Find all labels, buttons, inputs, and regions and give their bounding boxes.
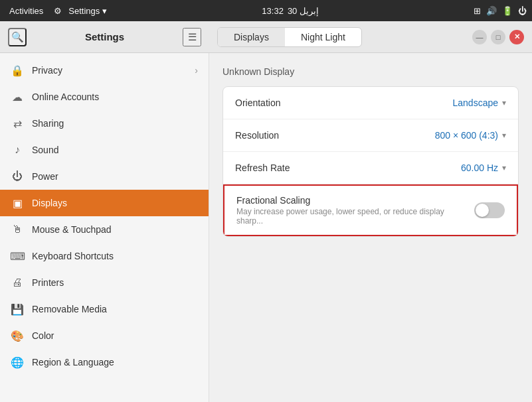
title-bar: 🔍 Settings ☰ Displays Night Light — □ ✕ [0, 21, 532, 53]
sidebar: 🔒Privacy›☁Online Accounts⇄Sharing♪Sound⏻… [0, 53, 209, 402]
top-bar: Activities ⚙ Settings ▾ 13:32 30 إبریل ⊞… [0, 0, 532, 21]
section-title: Unknown Display [222, 66, 519, 77]
sidebar-item-printers[interactable]: 🖨Printers [0, 269, 209, 296]
resolution-text: 800 × 600 (4:3) [435, 130, 498, 141]
sidebar-item-sharing[interactable]: ⇄Sharing [0, 110, 209, 137]
hamburger-menu-button[interactable]: ☰ [183, 28, 201, 46]
online-accounts-label: Online Accounts [32, 92, 99, 102]
content-area: 🔒Privacy›☁Online Accounts⇄Sharing♪Sound⏻… [0, 53, 532, 402]
displays-label: Displays [32, 198, 67, 208]
settings-menu-button[interactable]: Settings ▾ [68, 6, 107, 16]
maximize-button[interactable]: □ [491, 30, 505, 44]
search-button[interactable]: 🔍 [8, 28, 27, 46]
refresh-rate-text: 60.00 Hz [461, 163, 498, 173]
tab-displays[interactable]: Displays [218, 28, 285, 46]
sidebar-item-region-language[interactable]: 🌐Region & Language [0, 349, 209, 375]
resolution-label: Resolution [235, 130, 427, 141]
orientation-text: Landscape [452, 98, 498, 108]
resolution-dropdown-icon: ▾ [502, 131, 506, 140]
tab-night-light[interactable]: Night Light [285, 28, 361, 46]
orientation-dropdown-icon: ▾ [502, 98, 506, 107]
region-language-icon: 🌐 [11, 356, 24, 369]
power-icon: ⏻ [518, 6, 527, 16]
sidebar-item-displays[interactable]: ▣Displays [0, 190, 209, 216]
fractional-scaling-row: Fractional Scaling May increase power us… [223, 184, 518, 236]
refresh-rate-label: Refresh Rate [235, 163, 453, 173]
network-icon: ⊞ [474, 6, 481, 16]
privacy-label: Privacy [32, 65, 62, 76]
privacy-icon: 🔒 [11, 64, 24, 77]
color-icon: 🎨 [11, 329, 24, 342]
sidebar-item-power[interactable]: ⏻Power [0, 163, 209, 190]
window-controls: — □ ✕ [472, 30, 524, 44]
tab-group: Displays Night Light [217, 27, 362, 47]
removable-media-label: Removable Media [32, 304, 107, 314]
resolution-row: Resolution 800 × 600 (4:3) ▾ [223, 119, 518, 152]
keyboard-shortcuts-label: Keyboard Shortcuts [32, 251, 114, 261]
color-label: Color [32, 330, 54, 341]
fractional-scaling-description: May increase power usage, lower speed, o… [236, 207, 466, 226]
chevron-down-icon: ▾ [102, 6, 107, 16]
sharing-icon: ⇄ [11, 117, 24, 130]
display-settings-card: Orientation Landscape ▾ Resolution 800 ×… [222, 86, 519, 237]
refresh-rate-value[interactable]: 60.00 Hz ▾ [461, 163, 506, 173]
sidebar-item-color[interactable]: 🎨Color [0, 322, 209, 349]
orientation-row: Orientation Landscape ▾ [223, 87, 518, 119]
settings-window: 🔍 Settings ☰ Displays Night Light — □ ✕ … [0, 21, 532, 402]
sharing-label: Sharing [32, 118, 64, 129]
hamburger-icon: ☰ [188, 31, 197, 43]
clock: 13:32 [262, 6, 284, 16]
mouse-touchpad-label: Mouse & Touchpad [32, 224, 112, 235]
fractional-scaling-title: Fractional Scaling [236, 195, 466, 206]
search-icon: 🔍 [11, 31, 24, 43]
settings-menu-label: Settings [68, 6, 100, 16]
online-accounts-icon: ☁ [11, 90, 24, 103]
window-title: Settings [33, 31, 176, 42]
keyboard-shortcuts-icon: ⌨ [11, 249, 24, 263]
sidebar-item-mouse-touchpad[interactable]: 🖱Mouse & Touchpad [0, 216, 209, 243]
main-panel: Unknown Display Orientation Landscape ▾ … [209, 53, 532, 402]
displays-icon: ▣ [11, 196, 24, 210]
privacy-arrow-icon: › [195, 65, 198, 76]
refresh-rate-dropdown-icon: ▾ [502, 163, 506, 172]
mouse-touchpad-icon: 🖱 [11, 223, 24, 236]
gear-icon: ⚙ [54, 6, 62, 16]
refresh-rate-row: Refresh Rate 60.00 Hz ▾ [223, 152, 518, 184]
close-button[interactable]: ✕ [509, 30, 524, 44]
date: 30 إبریل [288, 6, 319, 16]
power-label: Power [32, 171, 58, 182]
orientation-label: Orientation [235, 98, 444, 108]
removable-media-icon: 💾 [11, 302, 24, 316]
sound-label: Sound [32, 145, 58, 155]
sound-icon: ♪ [11, 143, 24, 157]
printers-label: Printers [32, 277, 64, 288]
battery-icon: 🔋 [502, 6, 513, 16]
toggle-knob [476, 204, 489, 217]
sidebar-item-privacy[interactable]: 🔒Privacy› [0, 57, 209, 84]
sidebar-item-online-accounts[interactable]: ☁Online Accounts [0, 84, 209, 110]
fractional-scaling-info: Fractional Scaling May increase power us… [236, 195, 466, 226]
region-language-label: Region & Language [32, 357, 114, 368]
activities-button[interactable]: Activities [5, 5, 47, 17]
minimize-button[interactable]: — [472, 30, 487, 44]
orientation-value[interactable]: Landscape ▾ [452, 98, 506, 108]
sidebar-item-sound[interactable]: ♪Sound [0, 137, 209, 163]
power-icon: ⏻ [11, 170, 24, 183]
fractional-scaling-toggle[interactable] [474, 202, 505, 218]
resolution-value[interactable]: 800 × 600 (4:3) ▾ [435, 130, 506, 141]
printers-icon: 🖨 [11, 276, 24, 289]
volume-icon: 🔊 [486, 6, 497, 16]
sidebar-item-removable-media[interactable]: 💾Removable Media [0, 296, 209, 322]
sidebar-item-keyboard-shortcuts[interactable]: ⌨Keyboard Shortcuts [0, 243, 209, 269]
